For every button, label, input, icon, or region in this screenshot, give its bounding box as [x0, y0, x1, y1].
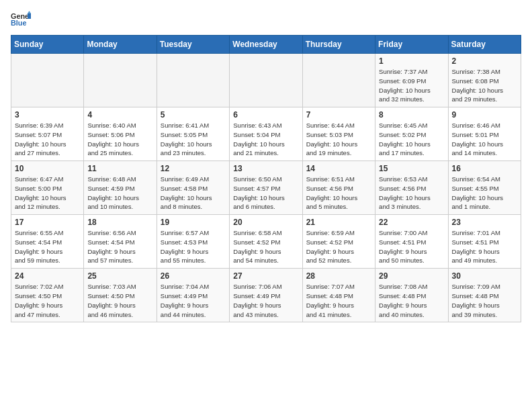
day-info: Sunrise: 7:02 AM Sunset: 4:50 PM Dayligh… [15, 282, 80, 319]
calendar-cell: 24Sunrise: 7:02 AM Sunset: 4:50 PM Dayli… [11, 269, 84, 322]
day-number: 24 [15, 271, 80, 281]
day-info: Sunrise: 7:08 AM Sunset: 4:48 PM Dayligh… [379, 282, 444, 319]
day-info: Sunrise: 7:38 AM Sunset: 6:08 PM Dayligh… [452, 67, 517, 104]
calendar-table: SundayMondayTuesdayWednesdayThursdayFrid… [11, 35, 521, 322]
calendar-cell: 17Sunrise: 6:55 AM Sunset: 4:54 PM Dayli… [11, 215, 84, 269]
day-number: 6 [233, 110, 298, 120]
calendar-cell: 12Sunrise: 6:49 AM Sunset: 4:58 PM Dayli… [157, 161, 229, 215]
calendar-cell [84, 54, 157, 107]
day-of-week-header: Tuesday [157, 36, 229, 54]
calendar-week-row: 17Sunrise: 6:55 AM Sunset: 4:54 PM Dayli… [11, 215, 521, 269]
calendar-cell: 15Sunrise: 6:53 AM Sunset: 4:56 PM Dayli… [375, 161, 448, 215]
calendar-cell: 1Sunrise: 7:37 AM Sunset: 6:09 PM Daylig… [375, 54, 448, 107]
calendar-cell: 27Sunrise: 7:06 AM Sunset: 4:49 PM Dayli… [230, 269, 302, 322]
day-of-week-header: Monday [84, 36, 157, 54]
calendar-cell: 20Sunrise: 6:58 AM Sunset: 4:52 PM Dayli… [230, 215, 302, 269]
calendar-cell: 18Sunrise: 6:56 AM Sunset: 4:54 PM Dayli… [84, 215, 157, 269]
calendar-cell: 10Sunrise: 6:47 AM Sunset: 5:00 PM Dayli… [11, 161, 84, 215]
day-info: Sunrise: 6:55 AM Sunset: 4:54 PM Dayligh… [15, 228, 80, 265]
day-info: Sunrise: 6:45 AM Sunset: 5:02 PM Dayligh… [379, 121, 444, 158]
day-of-week-header: Friday [375, 36, 448, 54]
calendar-cell: 4Sunrise: 6:40 AM Sunset: 5:06 PM Daylig… [84, 107, 157, 161]
calendar-header-row: SundayMondayTuesdayWednesdayThursdayFrid… [11, 36, 521, 54]
day-info: Sunrise: 6:39 AM Sunset: 5:07 PM Dayligh… [15, 121, 80, 158]
calendar-cell: 13Sunrise: 6:50 AM Sunset: 4:57 PM Dayli… [230, 161, 302, 215]
day-info: Sunrise: 7:03 AM Sunset: 4:50 PM Dayligh… [87, 282, 152, 319]
day-number: 10 [15, 164, 80, 173]
day-number: 1 [379, 56, 444, 66]
calendar-cell: 8Sunrise: 6:45 AM Sunset: 5:02 PM Daylig… [375, 107, 448, 161]
day-number: 28 [306, 271, 371, 281]
day-info: Sunrise: 7:37 AM Sunset: 6:09 PM Dayligh… [379, 67, 444, 104]
day-number: 3 [15, 110, 80, 120]
calendar-cell: 30Sunrise: 7:09 AM Sunset: 4:48 PM Dayli… [448, 269, 521, 322]
day-of-week-header: Wednesday [230, 36, 302, 54]
day-info: Sunrise: 6:44 AM Sunset: 5:03 PM Dayligh… [306, 121, 371, 158]
day-number: 11 [87, 164, 152, 173]
day-number: 22 [379, 218, 444, 227]
day-number: 25 [87, 271, 152, 281]
day-info: Sunrise: 6:46 AM Sunset: 5:01 PM Dayligh… [452, 121, 517, 158]
calendar-cell: 16Sunrise: 6:54 AM Sunset: 4:55 PM Dayli… [448, 161, 521, 215]
day-of-week-header: Saturday [448, 36, 521, 54]
day-number: 18 [87, 218, 152, 227]
day-number: 4 [87, 110, 152, 120]
day-number: 16 [452, 164, 517, 173]
day-number: 17 [15, 218, 80, 227]
logo-icon: General Blue [11, 11, 31, 27]
day-number: 14 [306, 164, 371, 173]
calendar-cell: 2Sunrise: 7:38 AM Sunset: 6:08 PM Daylig… [448, 54, 521, 107]
calendar-cell [11, 54, 84, 107]
calendar-cell: 22Sunrise: 7:00 AM Sunset: 4:51 PM Dayli… [375, 215, 448, 269]
day-number: 23 [452, 218, 517, 227]
day-info: Sunrise: 6:48 AM Sunset: 4:59 PM Dayligh… [87, 175, 152, 212]
day-of-week-header: Thursday [302, 36, 375, 54]
day-info: Sunrise: 6:54 AM Sunset: 4:55 PM Dayligh… [452, 175, 517, 212]
calendar-cell: 11Sunrise: 6:48 AM Sunset: 4:59 PM Dayli… [84, 161, 157, 215]
day-info: Sunrise: 6:41 AM Sunset: 5:05 PM Dayligh… [161, 121, 226, 158]
day-info: Sunrise: 6:57 AM Sunset: 4:53 PM Dayligh… [161, 228, 226, 265]
day-info: Sunrise: 6:58 AM Sunset: 4:52 PM Dayligh… [233, 228, 298, 265]
day-info: Sunrise: 6:56 AM Sunset: 4:54 PM Dayligh… [87, 228, 152, 265]
day-number: 7 [306, 110, 371, 120]
logo: General Blue [11, 11, 34, 27]
svg-marker-2 [28, 13, 31, 19]
day-info: Sunrise: 6:49 AM Sunset: 4:58 PM Dayligh… [161, 175, 226, 212]
day-info: Sunrise: 7:09 AM Sunset: 4:48 PM Dayligh… [452, 282, 517, 319]
day-info: Sunrise: 6:50 AM Sunset: 4:57 PM Dayligh… [233, 175, 298, 212]
calendar-week-row: 1Sunrise: 7:37 AM Sunset: 6:09 PM Daylig… [11, 54, 521, 107]
calendar-cell [157, 54, 229, 107]
day-number: 27 [233, 271, 298, 281]
day-info: Sunrise: 6:40 AM Sunset: 5:06 PM Dayligh… [87, 121, 152, 158]
day-number: 13 [233, 164, 298, 173]
calendar-week-row: 10Sunrise: 6:47 AM Sunset: 5:00 PM Dayli… [11, 161, 521, 215]
calendar-week-row: 24Sunrise: 7:02 AM Sunset: 4:50 PM Dayli… [11, 269, 521, 322]
day-number: 12 [161, 164, 226, 173]
calendar-cell: 9Sunrise: 6:46 AM Sunset: 5:01 PM Daylig… [448, 107, 521, 161]
day-number: 8 [379, 110, 444, 120]
day-info: Sunrise: 6:59 AM Sunset: 4:52 PM Dayligh… [306, 228, 371, 265]
calendar-cell: 7Sunrise: 6:44 AM Sunset: 5:03 PM Daylig… [302, 107, 375, 161]
day-info: Sunrise: 7:01 AM Sunset: 4:51 PM Dayligh… [452, 228, 517, 265]
day-number: 29 [379, 271, 444, 281]
day-info: Sunrise: 6:47 AM Sunset: 5:00 PM Dayligh… [15, 175, 80, 212]
day-number: 21 [306, 218, 371, 227]
calendar-cell: 6Sunrise: 6:43 AM Sunset: 5:04 PM Daylig… [230, 107, 302, 161]
day-number: 26 [161, 271, 226, 281]
day-info: Sunrise: 7:06 AM Sunset: 4:49 PM Dayligh… [233, 282, 298, 319]
day-info: Sunrise: 6:53 AM Sunset: 4:56 PM Dayligh… [379, 175, 444, 212]
day-number: 19 [161, 218, 226, 227]
day-info: Sunrise: 7:07 AM Sunset: 4:48 PM Dayligh… [306, 282, 371, 319]
calendar-cell: 29Sunrise: 7:08 AM Sunset: 4:48 PM Dayli… [375, 269, 448, 322]
day-of-week-header: Sunday [11, 36, 84, 54]
day-number: 15 [379, 164, 444, 173]
calendar-cell: 28Sunrise: 7:07 AM Sunset: 4:48 PM Dayli… [302, 269, 375, 322]
day-number: 9 [452, 110, 517, 120]
calendar-cell [302, 54, 375, 107]
day-number: 2 [452, 56, 517, 66]
calendar-cell [230, 54, 302, 107]
calendar-cell: 21Sunrise: 6:59 AM Sunset: 4:52 PM Dayli… [302, 215, 375, 269]
day-number: 5 [161, 110, 226, 120]
calendar-cell: 14Sunrise: 6:51 AM Sunset: 4:56 PM Dayli… [302, 161, 375, 215]
day-info: Sunrise: 6:51 AM Sunset: 4:56 PM Dayligh… [306, 175, 371, 212]
